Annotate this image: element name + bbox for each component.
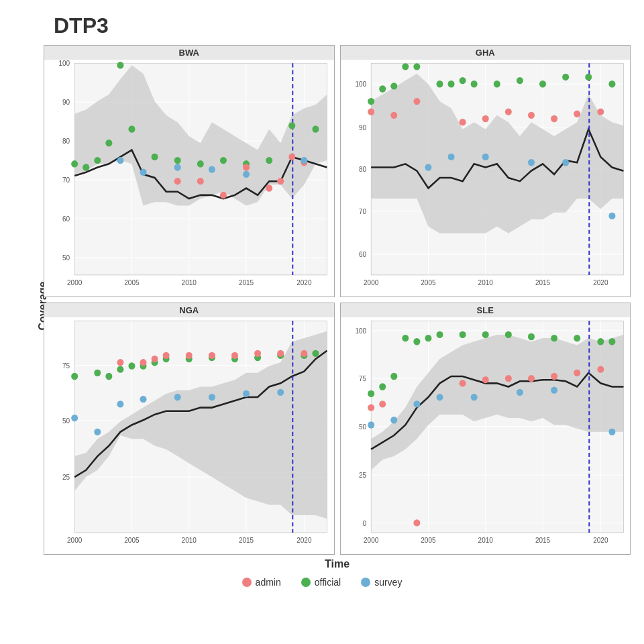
svg-text:2015: 2015 [239, 279, 254, 286]
svg-point-151 [254, 350, 261, 357]
svg-point-107 [562, 159, 569, 166]
svg-point-90 [562, 74, 569, 80]
svg-point-210 [597, 366, 604, 372]
svg-point-145 [140, 359, 146, 366]
panel-sle: SLE 1 [340, 303, 631, 555]
svg-point-27 [83, 164, 89, 170]
svg-point-80 [390, 83, 397, 89]
svg-point-132 [117, 366, 123, 372]
chart-title: DTP3 [54, 13, 631, 38]
svg-text:90: 90 [62, 99, 70, 106]
svg-point-147 [163, 352, 170, 359]
svg-point-192 [436, 331, 443, 338]
svg-point-45 [277, 178, 284, 184]
svg-text:90: 90 [358, 123, 366, 131]
charts-grid: BWA [44, 45, 631, 555]
svg-point-212 [390, 417, 397, 423]
svg-point-102 [597, 108, 604, 115]
legend-admin: admin [242, 577, 281, 588]
panel-sle-title: SLE [341, 303, 631, 317]
svg-point-33 [174, 157, 181, 164]
svg-point-34 [197, 160, 204, 167]
svg-point-155 [94, 429, 101, 435]
svg-point-206 [504, 375, 511, 382]
svg-point-82 [413, 63, 420, 70]
svg-point-148 [186, 352, 193, 359]
svg-text:100: 100 [58, 60, 70, 67]
svg-text:2000: 2000 [363, 537, 378, 544]
svg-point-208 [551, 373, 557, 380]
svg-point-81 [402, 63, 409, 70]
svg-text:2020: 2020 [297, 279, 312, 286]
svg-text:0: 0 [362, 519, 366, 527]
svg-point-216 [516, 389, 523, 396]
svg-point-195 [504, 331, 511, 338]
svg-point-98 [504, 108, 511, 115]
svg-point-89 [539, 80, 546, 87]
svg-point-153 [301, 350, 307, 357]
svg-point-108 [608, 213, 615, 219]
panel-bwa-title: BWA [44, 46, 334, 60]
svg-point-189 [402, 335, 409, 341]
svg-point-86 [470, 80, 477, 87]
svg-point-204 [459, 380, 466, 386]
svg-text:2020: 2020 [297, 537, 312, 544]
svg-point-95 [413, 98, 420, 105]
svg-text:2010: 2010 [478, 279, 493, 286]
svg-point-197 [551, 335, 557, 341]
chart-bwa-svg: 100 90 80 70 60 50 2000 2005 2010 2015 2… [44, 60, 334, 296]
legend-survey-dot [361, 578, 370, 587]
svg-point-207 [527, 375, 534, 382]
svg-text:2000: 2000 [67, 537, 83, 544]
svg-text:2020: 2020 [593, 279, 608, 286]
svg-point-129 [71, 373, 78, 380]
svg-point-201 [368, 404, 374, 411]
svg-point-99 [527, 112, 534, 119]
svg-point-103 [425, 164, 431, 170]
svg-point-93 [368, 108, 374, 115]
svg-point-101 [574, 111, 580, 117]
svg-text:2015: 2015 [535, 537, 550, 544]
svg-text:2005: 2005 [421, 279, 436, 286]
svg-text:2005: 2005 [124, 537, 140, 544]
svg-point-106 [527, 159, 534, 166]
svg-point-79 [379, 85, 386, 92]
svg-text:100: 100 [355, 327, 366, 335]
svg-point-40 [174, 178, 181, 184]
svg-point-194 [482, 331, 488, 338]
svg-point-97 [482, 115, 488, 122]
svg-point-51 [209, 166, 215, 172]
svg-text:100: 100 [355, 80, 366, 88]
svg-point-29 [105, 140, 112, 146]
svg-point-42 [220, 192, 227, 199]
chart-nga-svg: 75 50 25 2000 2005 2010 2015 2020 [44, 317, 334, 553]
svg-text:50: 50 [358, 423, 366, 431]
legend-admin-dot [242, 578, 252, 587]
svg-point-44 [266, 184, 272, 191]
svg-point-50 [174, 164, 181, 170]
svg-point-190 [413, 338, 420, 345]
svg-text:60: 60 [62, 215, 70, 223]
panel-nga-title: NGA [44, 303, 334, 317]
svg-text:60: 60 [358, 251, 366, 258]
main-container: DTP3 Coverage BWA [0, 0, 644, 644]
svg-text:75: 75 [62, 362, 70, 369]
svg-point-218 [608, 429, 615, 435]
svg-text:2000: 2000 [363, 279, 378, 286]
svg-point-154 [71, 415, 78, 421]
svg-text:50: 50 [62, 417, 70, 425]
svg-point-84 [447, 80, 454, 87]
svg-point-30 [117, 62, 123, 68]
svg-point-53 [301, 157, 307, 164]
svg-text:70: 70 [358, 208, 366, 215]
legend-survey-label: survey [374, 577, 402, 588]
svg-point-205 [482, 376, 488, 383]
svg-point-214 [436, 394, 443, 400]
svg-text:2010: 2010 [182, 279, 197, 286]
svg-point-200 [608, 338, 615, 345]
svg-point-187 [379, 383, 386, 390]
svg-point-48 [117, 157, 123, 164]
svg-point-41 [197, 178, 204, 184]
svg-point-100 [551, 115, 557, 122]
chart-gha-svg: 100 90 80 70 60 2000 2005 2010 2015 2020 [341, 60, 631, 296]
